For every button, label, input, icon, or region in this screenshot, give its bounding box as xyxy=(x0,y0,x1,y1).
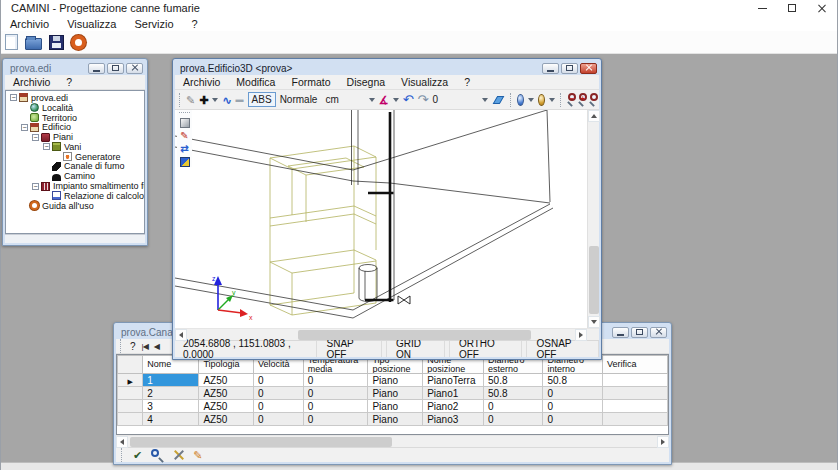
cell-diametro-interno[interactable]: 50.8 xyxy=(543,374,602,387)
cell-velocit[interactable]: 0 xyxy=(254,400,304,413)
tree-item-vani[interactable]: −Vani xyxy=(8,142,144,152)
tree-window-titlebar[interactable]: prova.edi xyxy=(5,61,145,75)
ucs-icon[interactable]: ✚ xyxy=(199,94,208,106)
expander-minus-icon[interactable]: − xyxy=(21,124,28,131)
cell-verifica[interactable] xyxy=(602,374,667,387)
maximize-button[interactable] xyxy=(561,63,578,74)
tree-item-edificio[interactable]: −Edificio xyxy=(8,122,144,132)
grid-toggle[interactable]: GRID ON xyxy=(386,341,445,357)
verify-icon[interactable]: ✔ xyxy=(133,449,142,462)
maximize-button[interactable] xyxy=(107,63,124,74)
cell-tipo-posizione[interactable]: Piano xyxy=(368,413,423,426)
tree-item-piani[interactable]: −Piani xyxy=(8,132,144,142)
hscroll-thumb[interactable] xyxy=(130,437,392,447)
hscroll-thumb[interactable] xyxy=(298,330,531,340)
scroll-down-button[interactable] xyxy=(588,316,600,328)
menu-visualizza[interactable]: Visualizza xyxy=(393,76,456,88)
scroll-left-button[interactable] xyxy=(116,436,128,448)
scroll-right-button[interactable] xyxy=(657,436,669,448)
3d-window-titlebar[interactable]: prova.Edificio3D <prova> xyxy=(175,61,599,75)
cell-diametro-interno[interactable]: 0 xyxy=(543,400,602,413)
zoom-window-icon[interactable]: + xyxy=(578,92,585,107)
scroll-right-button[interactable] xyxy=(575,329,587,341)
row-selector[interactable]: ▶ xyxy=(118,374,143,387)
cell-verifica[interactable] xyxy=(602,413,667,426)
edit-pencil-icon[interactable]: ✎ xyxy=(193,449,202,462)
help-lifebuoy-icon[interactable] xyxy=(71,35,86,50)
dropdown-caret-icon[interactable] xyxy=(549,98,555,102)
red-pencil-icon[interactable]: ✎ xyxy=(180,131,188,141)
tree-item-guida-all-uso[interactable]: Guida all'uso xyxy=(8,201,144,211)
new-file-icon[interactable] xyxy=(5,34,18,50)
minimize-button[interactable] xyxy=(88,63,105,74)
redo-icon[interactable]: ↷ xyxy=(418,94,429,106)
menu-formato[interactable]: Formato xyxy=(283,76,338,88)
cell-diametro-esterno[interactable]: 0 xyxy=(484,400,543,413)
open-folder-icon[interactable] xyxy=(25,38,42,50)
cell-velocit[interactable]: 0 xyxy=(254,413,304,426)
undo-icon[interactable]: ↶ xyxy=(403,94,414,106)
menu-help[interactable]: ? xyxy=(456,76,478,88)
cell-diametro-esterno[interactable]: 50.8 xyxy=(484,374,543,387)
scroll-up-button[interactable] xyxy=(588,110,600,122)
vscroll-thumb[interactable] xyxy=(589,246,599,314)
cell-tipo-posizione[interactable]: Piano xyxy=(368,374,423,387)
row-selector[interactable] xyxy=(118,387,143,400)
cell-nome-posizione[interactable]: Piano2 xyxy=(423,400,484,413)
unit-select[interactable]: cm xyxy=(325,94,338,105)
ortho-toggle[interactable]: ORTHO OFF xyxy=(449,341,523,357)
cell-nome-posizione[interactable]: PianoTerra xyxy=(423,374,484,387)
dropdown-caret-icon[interactable] xyxy=(482,98,488,102)
cell-diametro-esterno[interactable]: 50.8 xyxy=(484,387,543,400)
expander-minus-icon[interactable]: − xyxy=(32,183,39,190)
dropdown-caret-icon[interactable] xyxy=(393,98,399,102)
tree-item-territorio[interactable]: Territorio xyxy=(8,113,144,123)
cell-tipo-posizione[interactable]: Piano xyxy=(368,387,423,400)
cell-velocit[interactable]: 0 xyxy=(254,374,304,387)
zoom-extents-icon[interactable] xyxy=(589,92,596,107)
search-icon[interactable] xyxy=(150,448,165,463)
cell-nome[interactable]: 1 xyxy=(143,374,199,387)
render-icon[interactable] xyxy=(180,157,190,167)
row-selector[interactable] xyxy=(118,413,143,426)
nav-first-button[interactable]: |◀ xyxy=(142,342,148,351)
dropdown-caret-icon[interactable] xyxy=(369,98,375,102)
maximize-button[interactable] xyxy=(777,0,807,16)
menu-archivio[interactable]: Archivio xyxy=(175,76,228,88)
expander-minus-icon[interactable]: − xyxy=(10,94,17,101)
cell-temperatura-media[interactable]: 0 xyxy=(303,413,368,426)
menu-servizio[interactable]: Servizio xyxy=(125,18,182,30)
close-button[interactable] xyxy=(807,0,837,16)
wireframe-drawing[interactable]: z y x xyxy=(175,110,587,328)
cell-velocit[interactable]: 0 xyxy=(254,387,304,400)
close-button[interactable] xyxy=(650,327,667,338)
save-icon[interactable] xyxy=(49,35,64,50)
minimize-button[interactable] xyxy=(542,63,559,74)
orbit-icon[interactable] xyxy=(517,94,524,106)
cell-diametro-interno[interactable]: 0 xyxy=(543,413,602,426)
column-header-verifica[interactable]: Verifica xyxy=(602,356,667,374)
style-select[interactable]: Normale xyxy=(280,94,318,105)
plane-icon[interactable] xyxy=(493,96,505,104)
help-button[interactable]: ? xyxy=(130,341,136,352)
menu-modifica[interactable]: Modifica xyxy=(228,76,283,88)
cell-nome[interactable]: 3 xyxy=(143,400,199,413)
cell-tipologia[interactable]: AZ50 xyxy=(199,400,254,413)
cell-temperatura-media[interactable]: 0 xyxy=(303,387,368,400)
cell-temperatura-media[interactable]: 0 xyxy=(303,374,368,387)
cell-nome-posizione[interactable]: Piano1 xyxy=(423,387,484,400)
dropdown-caret-icon[interactable] xyxy=(212,98,218,102)
dropdown-caret-icon[interactable] xyxy=(528,98,534,102)
tree-item-relazione-di-calcolo[interactable]: Relazione di calcolo xyxy=(8,191,144,201)
cell-tipo-posizione[interactable]: Piano xyxy=(368,400,423,413)
view-3d-icon[interactable] xyxy=(538,94,545,106)
cell-verifica[interactable] xyxy=(602,400,667,413)
lasso-icon[interactable]: ∿ xyxy=(222,94,231,106)
abs-toggle-button[interactable]: ABS xyxy=(248,92,276,107)
tree-item-prova-edi[interactable]: −prova.edi xyxy=(8,93,144,103)
cell-verifica[interactable] xyxy=(602,387,667,400)
menu-help[interactable]: ? xyxy=(58,76,80,88)
tree-item-localit[interactable]: Località xyxy=(8,103,144,113)
stamp-tool-icon[interactable] xyxy=(180,118,190,128)
snap-toggle[interactable]: SNAP OFF xyxy=(316,341,381,357)
